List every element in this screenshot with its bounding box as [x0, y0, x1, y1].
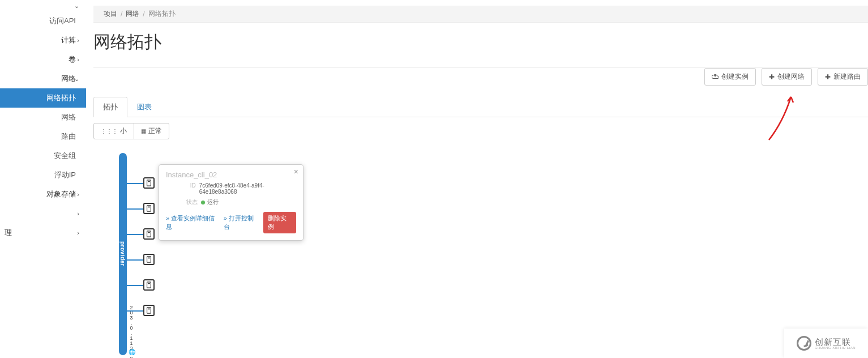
grid-small-icon: ⋮⋮⋮ [101, 128, 118, 134]
size-small-button[interactable]: ⋮⋮⋮ 小 [94, 123, 134, 139]
svg-rect-9 [148, 283, 149, 284]
chevron-right-icon: › [77, 56, 79, 63]
sidebar-item-label: 浮动IP [54, 170, 76, 180]
popup-status-label: 状态 [166, 198, 201, 206]
svg-rect-10 [147, 308, 151, 313]
chevron-down-icon: ⌄ [74, 2, 79, 10]
sidebar-item-label: 卷 [69, 54, 76, 65]
create-network-button[interactable]: ✚ 创建网络 [762, 68, 812, 86]
sidebar-item-label: 理 [5, 228, 12, 238]
breadcrumb-sep: / [121, 10, 122, 18]
popup-title: Instance_cli_02 [166, 171, 296, 179]
brand-logo: 创新互联 CHUANG XIN HU LIAN [784, 329, 868, 358]
create-router-button[interactable]: ✚ 新建路由 [818, 68, 868, 86]
chevron-down-icon: ⌄ [74, 75, 79, 83]
size-toggle: ⋮⋮⋮ 小 ▦ 正常 [93, 123, 169, 139]
sidebar-item-admin[interactable]: 理› [0, 223, 86, 242]
sidebar-item-label: 安全组 [54, 151, 76, 161]
instance-node[interactable] [143, 254, 155, 265]
instance-popup: × Instance_cli_02 ID 7c6fed09-efc8-48e4-… [159, 164, 303, 241]
open-console-link[interactable]: » 打开控制台 [224, 214, 258, 231]
button-label: 小 [120, 126, 127, 136]
chevron-right-icon: › [77, 210, 79, 217]
delete-instance-button[interactable]: 删除实例 [263, 212, 296, 233]
status-dot-icon [201, 201, 205, 204]
chevron-right-icon: › [77, 37, 79, 44]
cloud-upload-icon [712, 73, 719, 81]
chevron-right-icon: › [77, 191, 79, 198]
svg-rect-1 [148, 181, 149, 182]
svg-rect-7 [148, 258, 149, 259]
sidebar-item-label: 网络拓扑 [46, 93, 76, 103]
link-label: 查看实例详细信息 [166, 215, 215, 230]
link-label: 打开控制台 [224, 215, 254, 230]
popup-id-label: ID [166, 182, 199, 195]
tab-topology[interactable]: 拓扑 [93, 97, 127, 117]
breadcrumb-item-network[interactable]: 网络 [126, 9, 139, 19]
sidebar-item-routers[interactable]: 路由 [0, 127, 86, 146]
sidebar-item-label: 路由 [61, 131, 76, 142]
chevron-right-icon: › [77, 229, 79, 236]
tabs: 拓扑 图表 [93, 96, 868, 117]
sidebar-item-label: 访问API [49, 16, 76, 26]
popup-status-value: 运行 [201, 198, 219, 206]
sidebar-item-compute[interactable]: 计算› [0, 31, 86, 50]
network-name-label: provider [119, 241, 126, 266]
svg-rect-2 [147, 206, 151, 211]
sidebar-item-network[interactable]: 网络⌄ [0, 69, 86, 88]
plus-icon: ✚ [769, 73, 775, 81]
button-label: 正常 [148, 126, 162, 136]
plus-icon: ✚ [825, 73, 831, 81]
tab-graph[interactable]: 图表 [127, 97, 161, 117]
button-label: 创建实例 [721, 72, 749, 82]
main-content: 项目 / 网络 / 网络拓扑 网络拓扑 创建实例 ✚ 创建网络 ✚ 新建路由 拓… [93, 0, 868, 358]
svg-rect-4 [147, 231, 151, 237]
svg-rect-8 [147, 282, 151, 288]
sidebar-item-label: 计算 [61, 35, 76, 45]
instance-node[interactable] [143, 203, 155, 214]
svg-rect-0 [147, 180, 151, 186]
breadcrumb: 项目 / 网络 / 网络拓扑 [93, 6, 868, 23]
svg-rect-11 [148, 309, 149, 310]
svg-rect-6 [147, 257, 151, 262]
page-title: 网络拓扑 [93, 23, 868, 62]
sidebar-collapse-top[interactable]: ⌄ [0, 0, 86, 11]
toolbar: 创建实例 ✚ 创建网络 ✚ 新建路由 [704, 68, 868, 86]
sidebar: ⌄ 访问API 计算› 卷› 网络⌄ 网络拓扑 网络 路由 安全组 浮动IP 对… [0, 0, 86, 358]
sidebar-item-identity[interactable]: › [0, 204, 86, 223]
breadcrumb-sep: / [143, 10, 144, 18]
sidebar-item-secgroups[interactable]: 安全组 [0, 146, 86, 165]
sidebar-item-objstore[interactable]: 对象存储› [0, 185, 86, 204]
sidebar-item-volume[interactable]: 卷› [0, 50, 86, 69]
logo-text: 创新互联 [815, 338, 856, 346]
logo-icon [797, 336, 811, 351]
svg-rect-5 [148, 232, 149, 233]
sidebar-item-label: 对象存储 [46, 189, 76, 199]
instance-node[interactable] [143, 305, 155, 316]
breadcrumb-current: 网络拓扑 [148, 9, 176, 19]
button-label: 新建路由 [833, 72, 861, 82]
close-icon[interactable]: × [294, 167, 298, 176]
button-label: 创建网络 [777, 72, 805, 82]
logo-subtext: CHUANG XIN HU LIAN [815, 346, 856, 350]
create-instance-button[interactable]: 创建实例 [704, 68, 756, 86]
instance-node[interactable] [143, 279, 155, 291]
popup-id-value: 7c6fed09-efc8-48e4-a9f4-64e18e8a3068 [199, 182, 296, 195]
svg-rect-3 [148, 207, 149, 208]
sidebar-item-label: 网络 [61, 112, 76, 122]
sidebar-item-floatip[interactable]: 浮动IP [0, 165, 86, 185]
status-text: 运行 [207, 199, 219, 205]
view-detail-link[interactable]: » 查看实例详细信息 [166, 214, 218, 231]
grid-normal-icon: ▦ [141, 128, 146, 134]
globe-icon: 🌐 [129, 349, 135, 355]
topology-canvas: provider 203.0.113.0/24 🌐 × Instance_cli… [93, 153, 868, 358]
sidebar-item-networks[interactable]: 网络 [0, 108, 86, 127]
size-normal-button[interactable]: ▦ 正常 [134, 123, 169, 139]
instance-node[interactable] [143, 228, 155, 240]
sidebar-item-api[interactable]: 访问API [0, 11, 86, 31]
sidebar-item-topology[interactable]: 网络拓扑 [0, 88, 86, 108]
breadcrumb-item-project[interactable]: 项目 [104, 9, 117, 19]
instance-node[interactable] [143, 177, 155, 189]
